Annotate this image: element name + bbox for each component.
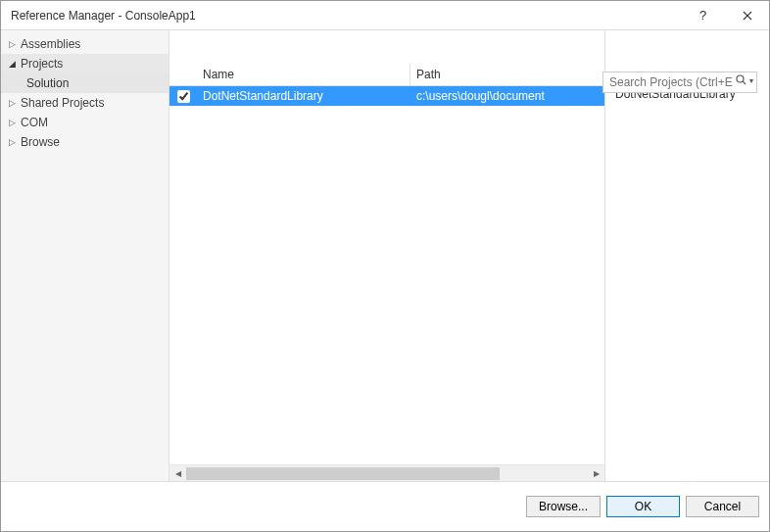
row-name: DotNetStandardLibrary [197,89,410,103]
footer: Browse... OK Cancel [1,481,769,530]
sidebar: ▷ Assemblies ◢ Projects Solution ▷ Share… [1,30,169,481]
sidebar-item-label: Shared Projects [21,96,104,110]
main-area: ▷ Assemblies ◢ Projects Solution ▷ Share… [1,30,769,481]
sidebar-item-label: Solution [26,76,69,90]
sidebar-item-shared-projects[interactable]: ▷ Shared Projects [1,93,168,113]
column-header-name[interactable]: Name [197,64,410,85]
scroll-left-button[interactable]: ◀ [169,465,186,482]
chevron-right-icon: ▷ [9,118,21,127]
sidebar-item-label: COM [21,116,48,129]
window-title: Reference Manager - ConsoleApp1 [11,9,681,23]
list-body: DotNetStandardLibrary c:\users\dougl\doc… [169,86,604,464]
details-panel: ▾ Name: DotNetStandardLibrary [604,30,769,481]
sidebar-item-solution[interactable]: Solution [1,73,168,93]
chevron-right-icon: ▷ [9,98,21,108]
search-icon[interactable]: ▾ [735,73,753,87]
list-header: Name Path [169,64,604,86]
help-button[interactable]: ? [681,2,725,29]
sidebar-item-label: Assemblies [21,37,80,51]
chevron-right-icon: ▷ [9,137,21,147]
close-icon [743,11,752,21]
scroll-thumb[interactable] [186,467,500,480]
row-checkbox[interactable] [177,90,190,103]
row-checkbox-cell [169,90,197,103]
scroll-track[interactable] [186,465,588,482]
close-button[interactable] [725,2,769,29]
ok-button[interactable]: OK [606,496,680,517]
column-header-path[interactable]: Path [410,64,604,85]
title-bar: Reference Manager - ConsoleApp1 ? [1,1,769,30]
row-path: c:\users\dougl\document [410,89,604,103]
scroll-right-button[interactable]: ▶ [588,465,604,482]
sidebar-item-label: Browse [21,135,60,149]
svg-line-1 [743,81,746,84]
svg-point-0 [737,75,744,82]
chevron-right-icon: ▷ [9,39,21,49]
column-check [169,64,197,85]
browse-button[interactable]: Browse... [526,496,601,517]
list-panel: Name Path DotNetStandardLibrary c:\users… [169,30,604,481]
cancel-button[interactable]: Cancel [686,496,759,517]
horizontal-scrollbar[interactable]: ◀ ▶ [169,464,604,481]
sidebar-item-assemblies[interactable]: ▷ Assemblies [1,34,168,54]
search-container: ▾ [597,66,763,97]
sidebar-item-projects[interactable]: ◢ Projects [1,54,168,73]
sidebar-item-browse[interactable]: ▷ Browse [1,132,168,152]
chevron-down-icon: ◢ [9,59,21,69]
sidebar-item-label: Projects [21,57,63,71]
list-row[interactable]: DotNetStandardLibrary c:\users\dougl\doc… [169,86,604,106]
sidebar-item-com[interactable]: ▷ COM [1,113,168,132]
